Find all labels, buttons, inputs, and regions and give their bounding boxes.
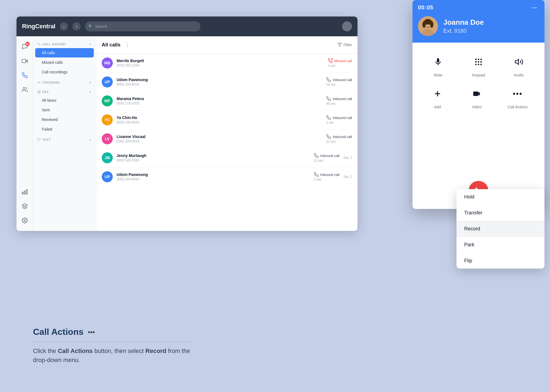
caller-name: Ya Chin-Ho [117,115,322,120]
back-button[interactable]: ‹ [60,22,68,31]
avatar-image [418,16,438,36]
apps-rail-icon[interactable] [19,200,31,212]
sidebar-item-failed[interactable]: Failed [35,125,94,134]
missed-call-icon [328,58,333,63]
search-wrapper: 🔍 [85,21,200,31]
fax-header[interactable]: FAX ∨ [33,88,96,95]
instruction-text-2: button, then select [93,347,145,354]
sidebar-item-call-recordings[interactable]: Call recordings [35,67,94,77]
call-history-header[interactable]: CALL HISTORY ∧ [33,41,96,48]
call-type: Inbound call [333,78,352,82]
call-info: Jenny Murtaugh (650) 520-5500 [117,153,310,162]
svg-point-25 [475,61,477,62]
inbound-call-icon [326,77,331,82]
content-title: All calls [102,42,120,48]
dropdown-hold[interactable]: Hold [457,189,544,205]
sidebar-item-missed-calls[interactable]: Missed calls [35,58,94,67]
table-row[interactable]: YC Ya Chin-Ho (650) 206-8034 Inbound cal… [96,111,358,129]
table-row[interactable]: LV Lisanne Viscaal (650) 204-8034 Inboun… [96,129,358,148]
caller-number: (650) 555-1234 [117,64,324,67]
avatar: JM [102,152,113,163]
filter-label: Filter [343,43,352,47]
svg-point-2 [23,87,25,89]
svg-point-26 [478,61,479,62]
call-actions-button[interactable]: ••• Call Actions [508,85,528,109]
keypad-button[interactable]: Keypad [470,54,487,77]
svg-point-29 [478,64,479,65]
inbound-call-icon [314,172,319,177]
sidebar-item-sent[interactable]: Sent [35,105,94,115]
svg-marker-11 [338,43,341,46]
call-info: Ya Chin-Ho (650) 206-8034 [117,115,322,124]
table-row[interactable]: UP Udom Paowsong (650) 204-8034 Inbound … [96,167,358,186]
more-options-button[interactable]: ⋮ [124,41,131,49]
audio-button[interactable]: Audio [511,54,527,77]
keypad-label: Keypad [472,73,485,77]
voicemail-header[interactable]: VOICEMAIL ∨ [33,79,96,86]
caller-extension: Ext. 9160 [443,28,484,34]
dropdown-record[interactable]: Record [457,221,544,237]
messages-rail-icon[interactable]: 66 [19,41,31,53]
forward-button[interactable]: › [72,22,81,31]
call-type-info: Missed call 2 sec [328,58,352,68]
call-duration: 23 sec [326,83,336,87]
table-row[interactable]: JM Jenny Murtaugh (650) 520-5500 Inbound… [96,148,358,167]
call-duration: 2 sec [328,64,336,68]
search-input[interactable] [85,21,200,31]
contacts-rail-icon[interactable] [19,84,31,96]
call-date: Sat, 1 [343,156,352,160]
text-header[interactable]: TEXT ∨ [33,136,96,143]
filter-button[interactable]: Filter [337,43,352,47]
table-row[interactable]: UP Udom Paowsong (650) 204-8034 Inbound … [96,73,358,92]
call-info: Lisanne Viscaal (650) 204-8034 [117,134,322,143]
mute-button[interactable]: Mute [430,54,446,77]
caller-details: Joanna Doe Ext. 9160 [443,18,484,34]
video-button[interactable]: Video [468,85,485,109]
table-row[interactable]: MB Merrile Burgett (650) 555-1234 Missed… [96,54,358,73]
active-call-panel: 00:05 — Joanna Doe Ext. 9160 [413,0,544,209]
add-button[interactable]: Add [429,85,446,109]
settings-rail-icon[interactable] [19,214,31,227]
svg-rect-1 [22,59,26,63]
svg-rect-4 [24,191,25,194]
phone-rail-icon[interactable] [19,69,31,81]
call-info: Udom Paowsong (650) 204-8034 [117,172,310,181]
sidebar-item-all-calls[interactable]: All calls [35,48,94,57]
caller-number: (650) 204-8034 [117,82,322,86]
caller-name: Jenny Murtaugh [117,153,310,158]
sidebar-item-all-faxes[interactable]: All faxes [35,96,94,105]
dropdown-park[interactable]: Park [457,237,544,253]
dropdown-flip[interactable]: Flip [457,253,544,269]
text-section: TEXT ∨ [33,136,96,143]
user-avatar[interactable] [342,21,352,31]
call-history-chevron: ∧ [89,42,92,46]
analytics-rail-icon[interactable] [19,186,31,198]
call-duration: 45 sec [326,102,336,106]
svg-point-24 [480,59,482,60]
instruction-body: Click the Call Actions button, then sele… [33,346,193,365]
instruction-title: Call Actions ••• [33,327,193,337]
svg-point-8 [39,82,41,83]
call-type-info: Inbound call 2 sec [314,172,340,181]
voicemail-section: VOICEMAIL ∨ [33,79,96,86]
caller-name: Udom Paowsong [117,172,310,177]
video-rail-icon[interactable] [19,55,31,67]
svg-rect-3 [26,190,27,194]
sidebar-item-received[interactable]: Received [35,115,94,124]
call-timer: 00:05 [418,4,433,11]
call-duration: 2 sec [326,121,334,125]
caller-info: Joanna Doe Ext. 9160 [413,12,544,43]
caller-number: (650) 520-5500 [117,158,310,162]
call-type: Missed call [334,59,352,63]
table-row[interactable]: MP Marama Petera (650) 715-2025 Inbound … [96,92,358,111]
svg-point-22 [475,59,477,60]
call-duration: 2 sec [314,178,322,181]
dropdown-transfer[interactable]: Transfer [457,205,544,221]
voicemail-title: VOICEMAIL [37,81,61,84]
call-type: Inbound call [333,97,352,101]
avatar: MB [102,57,113,68]
svg-rect-5 [22,192,23,194]
minimize-button[interactable]: — [529,3,539,12]
video-ctrl-icon [468,85,485,102]
call-info: Udom Paowsong (650) 204-8034 [117,78,322,86]
